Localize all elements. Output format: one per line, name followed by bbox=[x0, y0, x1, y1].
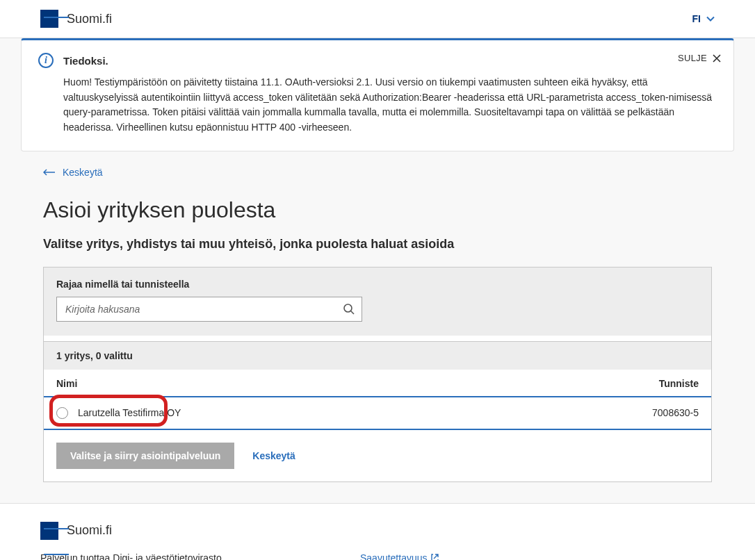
row-radio[interactable] bbox=[56, 407, 68, 419]
brand-logo[interactable]: Suomi.fi bbox=[40, 10, 112, 28]
table-header: Nimi Tunniste bbox=[44, 370, 711, 397]
col-name-header: Nimi bbox=[56, 378, 77, 389]
close-icon bbox=[713, 54, 721, 63]
brand-mark-icon bbox=[40, 522, 58, 540]
alert-body: Huom! Testiympäristöön on päivitetty tii… bbox=[63, 75, 717, 135]
accessibility-link[interactable]: Saavutettavuus bbox=[360, 552, 439, 560]
footer-brand-name: Suomi.fi bbox=[67, 523, 112, 538]
filter-label: Rajaa nimellä tai tunnisteella bbox=[56, 279, 699, 290]
search-icon bbox=[343, 303, 355, 315]
info-alert: i Tiedoksi. SULJE Huom! Testiympäristöön… bbox=[21, 38, 734, 151]
svg-point-0 bbox=[344, 304, 352, 312]
count-bar: 1 yritys, 0 valittu bbox=[44, 341, 711, 370]
row-id: 7008630-5 bbox=[652, 407, 699, 418]
action-bar: Valitse ja siirry asiointipalveluun Kesk… bbox=[44, 430, 711, 481]
arrow-left-icon bbox=[43, 169, 56, 176]
language-label: FI bbox=[692, 13, 701, 24]
language-selector[interactable]: FI bbox=[692, 13, 715, 24]
alert-close-button[interactable]: SULJE bbox=[678, 53, 721, 63]
info-icon: i bbox=[38, 53, 54, 68]
main-content: i Tiedoksi. SULJE Huom! Testiympäristöön… bbox=[0, 38, 755, 504]
page-title: Asioi yrityksen puolesta bbox=[43, 197, 734, 223]
brand-mark-icon bbox=[40, 10, 58, 28]
footer-provider: Palvelun tuottaa Digi- ja väestötietovir… bbox=[40, 552, 360, 560]
alert-close-label: SULJE bbox=[678, 53, 707, 63]
accessibility-label: Saavutettavuus bbox=[360, 552, 428, 560]
col-id-header: Tunniste bbox=[659, 378, 699, 389]
footer-brand[interactable]: Suomi.fi bbox=[40, 522, 715, 540]
page-subtitle: Valitse yritys, yhdistys tai muu yhteisö… bbox=[43, 237, 734, 252]
site-header: Suomi.fi FI bbox=[0, 0, 755, 38]
back-link[interactable]: Keskeytä bbox=[43, 167, 103, 178]
cancel-button[interactable]: Keskeytä bbox=[252, 450, 295, 461]
external-link-icon bbox=[430, 553, 439, 560]
svg-line-1 bbox=[351, 311, 354, 314]
site-footer: Suomi.fi Palvelun tuottaa Digi- ja väest… bbox=[0, 504, 755, 560]
submit-button[interactable]: Valitse ja siirry asiointipalveluun bbox=[56, 443, 234, 469]
back-label: Keskeytä bbox=[63, 167, 103, 178]
chevron-down-icon bbox=[706, 16, 715, 22]
filter-box: Rajaa nimellä tai tunnisteella bbox=[44, 267, 711, 336]
alert-title: Tiedoksi. bbox=[63, 55, 108, 67]
search-input[interactable] bbox=[56, 297, 362, 322]
table-row[interactable]: Larutzella Testifirma OY 7008630-5 bbox=[44, 397, 711, 430]
selection-panel: Rajaa nimellä tai tunnisteella 1 yritys,… bbox=[43, 267, 712, 482]
row-name: Larutzella Testifirma OY bbox=[78, 407, 652, 418]
brand-name: Suomi.fi bbox=[67, 12, 112, 26]
